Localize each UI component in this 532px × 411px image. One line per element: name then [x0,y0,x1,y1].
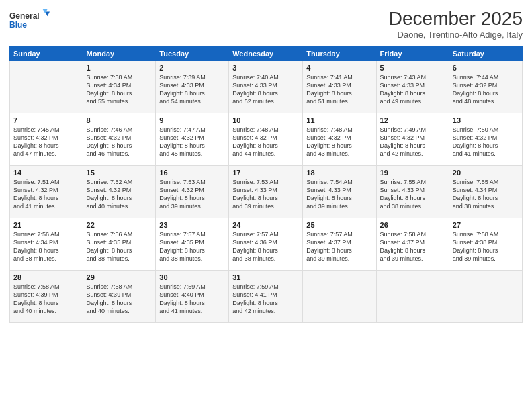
calendar-cell: 11Sunrise: 7:48 AM Sunset: 4:32 PM Dayli… [303,113,376,166]
month-title: December 2025 [389,8,523,30]
calendar-cell: 15Sunrise: 7:52 AM Sunset: 4:32 PM Dayli… [83,166,156,218]
day-number: 9 [159,116,225,124]
day-info: Sunrise: 7:59 AM Sunset: 4:40 PM Dayligh… [159,283,225,316]
calendar-cell: 30Sunrise: 7:59 AM Sunset: 4:40 PM Dayli… [156,271,229,323]
day-info: Sunrise: 7:48 AM Sunset: 4:32 PM Dayligh… [306,126,372,158]
title-block: December 2025 Daone, Trentino-Alto Adige… [389,8,523,40]
calendar-cell: 20Sunrise: 7:55 AM Sunset: 4:34 PM Dayli… [449,166,522,218]
day-info: Sunrise: 7:41 AM Sunset: 4:33 PM Dayligh… [306,73,372,106]
calendar-cell [449,271,522,323]
day-info: Sunrise: 7:55 AM Sunset: 4:34 PM Dayligh… [453,178,519,211]
day-number: 25 [306,221,372,229]
logo-svg: General Blue [9,8,50,35]
weekday-header: Tuesday [156,47,229,61]
day-number: 10 [232,116,299,124]
calendar-cell: 10Sunrise: 7:48 AM Sunset: 4:32 PM Dayli… [229,113,303,166]
day-number: 13 [453,116,519,124]
calendar-cell [303,271,376,323]
calendar-cell: 13Sunrise: 7:50 AM Sunset: 4:32 PM Dayli… [449,113,522,166]
day-number: 17 [232,169,299,177]
day-info: Sunrise: 7:56 AM Sunset: 4:34 PM Dayligh… [13,230,79,263]
calendar-cell: 21Sunrise: 7:56 AM Sunset: 4:34 PM Dayli… [10,218,83,271]
day-info: Sunrise: 7:58 AM Sunset: 4:39 PM Dayligh… [13,283,79,316]
day-info: Sunrise: 7:44 AM Sunset: 4:32 PM Dayligh… [453,73,519,106]
calendar-cell: 29Sunrise: 7:58 AM Sunset: 4:39 PM Dayli… [83,271,156,323]
subtitle: Daone, Trentino-Alto Adige, Italy [389,30,523,40]
day-info: Sunrise: 7:45 AM Sunset: 4:32 PM Dayligh… [13,126,79,158]
day-number: 23 [159,221,225,229]
day-number: 14 [13,169,79,177]
day-info: Sunrise: 7:40 AM Sunset: 4:33 PM Dayligh… [232,73,299,106]
calendar-cell: 18Sunrise: 7:54 AM Sunset: 4:33 PM Dayli… [303,166,376,218]
weekday-header: Wednesday [229,47,303,61]
weekday-header: Friday [376,47,449,61]
day-info: Sunrise: 7:54 AM Sunset: 4:33 PM Dayligh… [306,178,372,211]
day-info: Sunrise: 7:58 AM Sunset: 4:38 PM Dayligh… [453,230,519,263]
calendar-cell: 5Sunrise: 7:43 AM Sunset: 4:33 PM Daylig… [376,61,449,113]
day-number: 15 [87,169,152,177]
calendar-cell: 23Sunrise: 7:57 AM Sunset: 4:35 PM Dayli… [156,218,229,271]
calendar-cell [376,271,449,323]
day-number: 29 [87,273,152,281]
weekday-header: Sunday [10,47,83,61]
calendar-cell: 24Sunrise: 7:57 AM Sunset: 4:36 PM Dayli… [229,218,303,271]
day-info: Sunrise: 7:53 AM Sunset: 4:32 PM Dayligh… [159,178,225,211]
day-number: 19 [380,169,445,177]
calendar-cell: 28Sunrise: 7:58 AM Sunset: 4:39 PM Dayli… [10,271,83,323]
calendar-table: SundayMondayTuesdayWednesdayThursdayFrid… [9,46,523,323]
day-info: Sunrise: 7:58 AM Sunset: 4:37 PM Dayligh… [380,230,445,263]
day-info: Sunrise: 7:46 AM Sunset: 4:32 PM Dayligh… [87,126,152,158]
day-info: Sunrise: 7:49 AM Sunset: 4:32 PM Dayligh… [380,126,445,158]
logo: General Blue [9,8,50,35]
day-info: Sunrise: 7:59 AM Sunset: 4:41 PM Dayligh… [232,283,299,316]
day-info: Sunrise: 7:38 AM Sunset: 4:34 PM Dayligh… [87,73,152,106]
calendar-cell: 2Sunrise: 7:39 AM Sunset: 4:33 PM Daylig… [156,61,229,113]
day-number: 11 [306,116,372,124]
calendar-cell: 1Sunrise: 7:38 AM Sunset: 4:34 PM Daylig… [83,61,156,113]
weekday-header: Monday [83,47,156,61]
day-number: 30 [159,273,225,281]
calendar-cell: 19Sunrise: 7:55 AM Sunset: 4:33 PM Dayli… [376,166,449,218]
day-info: Sunrise: 7:48 AM Sunset: 4:32 PM Dayligh… [232,126,299,158]
day-number: 18 [306,169,372,177]
calendar-cell: 16Sunrise: 7:53 AM Sunset: 4:32 PM Dayli… [156,166,229,218]
day-number: 28 [13,273,79,281]
calendar-cell: 31Sunrise: 7:59 AM Sunset: 4:41 PM Dayli… [229,271,303,323]
day-number: 1 [87,64,152,72]
calendar-cell: 9Sunrise: 7:47 AM Sunset: 4:32 PM Daylig… [156,113,229,166]
svg-text:Blue: Blue [9,20,27,30]
calendar-cell: 6Sunrise: 7:44 AM Sunset: 4:32 PM Daylig… [449,61,522,113]
day-number: 7 [13,116,79,124]
calendar-cell: 17Sunrise: 7:53 AM Sunset: 4:33 PM Dayli… [229,166,303,218]
day-number: 6 [453,64,519,72]
day-info: Sunrise: 7:56 AM Sunset: 4:35 PM Dayligh… [87,230,152,263]
day-info: Sunrise: 7:47 AM Sunset: 4:32 PM Dayligh… [159,126,225,158]
day-info: Sunrise: 7:51 AM Sunset: 4:32 PM Dayligh… [13,178,79,211]
day-info: Sunrise: 7:52 AM Sunset: 4:32 PM Dayligh… [87,178,152,211]
day-number: 27 [453,221,519,229]
day-number: 4 [306,64,372,72]
calendar-cell: 8Sunrise: 7:46 AM Sunset: 4:32 PM Daylig… [83,113,156,166]
day-number: 26 [380,221,445,229]
calendar-cell: 22Sunrise: 7:56 AM Sunset: 4:35 PM Dayli… [83,218,156,271]
day-info: Sunrise: 7:50 AM Sunset: 4:32 PM Dayligh… [453,126,519,158]
svg-text:General: General [9,11,40,21]
day-number: 24 [232,221,299,229]
day-info: Sunrise: 7:39 AM Sunset: 4:33 PM Dayligh… [159,73,225,106]
day-info: Sunrise: 7:55 AM Sunset: 4:33 PM Dayligh… [380,178,445,211]
calendar-cell: 7Sunrise: 7:45 AM Sunset: 4:32 PM Daylig… [10,113,83,166]
day-number: 22 [87,221,152,229]
calendar-cell: 4Sunrise: 7:41 AM Sunset: 4:33 PM Daylig… [303,61,376,113]
calendar-cell: 12Sunrise: 7:49 AM Sunset: 4:32 PM Dayli… [376,113,449,166]
calendar-cell: 14Sunrise: 7:51 AM Sunset: 4:32 PM Dayli… [10,166,83,218]
day-info: Sunrise: 7:57 AM Sunset: 4:35 PM Dayligh… [159,230,225,263]
day-number: 3 [232,64,299,72]
weekday-header: Thursday [303,47,376,61]
day-number: 21 [13,221,79,229]
day-info: Sunrise: 7:53 AM Sunset: 4:33 PM Dayligh… [232,178,299,211]
day-info: Sunrise: 7:57 AM Sunset: 4:37 PM Dayligh… [306,230,372,263]
svg-marker-2 [45,11,50,16]
day-number: 12 [380,116,445,124]
calendar-cell: 26Sunrise: 7:58 AM Sunset: 4:37 PM Dayli… [376,218,449,271]
day-info: Sunrise: 7:43 AM Sunset: 4:33 PM Dayligh… [380,73,445,106]
